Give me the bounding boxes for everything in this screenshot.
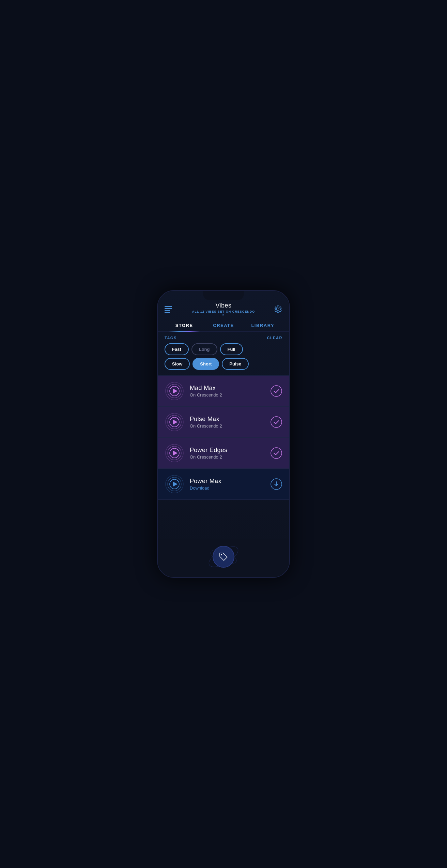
vibe-name: Mad Max xyxy=(190,385,270,392)
tags-section: TAGS CLEAR Fast Long Full Slow Sh xyxy=(158,332,289,375)
play-button-mad-max[interactable] xyxy=(165,381,184,401)
tab-underline xyxy=(169,331,200,332)
vibe-sub: Download xyxy=(190,485,270,491)
tags-row-1: Fast Long Full xyxy=(165,343,282,355)
check-icon-mad-max xyxy=(270,385,282,397)
vibe-list: Mad Max On Crescendo 2 xyxy=(158,375,289,539)
tag-full[interactable]: Full xyxy=(220,343,243,355)
tag-slow[interactable]: Slow xyxy=(165,358,190,370)
app-title: Vibes xyxy=(191,302,257,309)
phone-screen: Vibes ALL 12 VIBES SET ON CRESCENDO 2 ST… xyxy=(158,291,289,577)
tags-row-2: Slow Short Pulse xyxy=(165,358,282,370)
svg-point-9 xyxy=(271,417,282,428)
check-icon-pulse-max xyxy=(270,416,282,428)
header-center: Vibes ALL 12 VIBES SET ON CRESCENDO 2 xyxy=(191,302,257,317)
menu-button[interactable] xyxy=(165,306,172,313)
tab-store[interactable]: STORE xyxy=(165,319,204,331)
svg-marker-18 xyxy=(173,482,178,487)
tags-header: TAGS CLEAR xyxy=(165,336,282,340)
vibe-name: Pulse Max xyxy=(190,416,270,423)
svg-marker-13 xyxy=(173,451,178,455)
app-subtitle: ALL 12 VIBES SET ON CRESCENDO 2 xyxy=(191,310,257,317)
vibe-info-power-edges: Power Edges On Crescendo 2 xyxy=(190,447,270,460)
vibe-sub: On Crescendo 2 xyxy=(190,423,270,429)
svg-point-4 xyxy=(271,386,282,396)
tab-create[interactable]: CREATE xyxy=(204,319,243,331)
menu-line-4 xyxy=(165,312,170,313)
menu-line-2 xyxy=(165,308,172,309)
vibe-sub: On Crescendo 2 xyxy=(190,392,270,398)
settings-icon[interactable] xyxy=(273,304,282,314)
vibe-name: Power Max xyxy=(190,478,270,485)
center-action-button[interactable] xyxy=(213,546,234,568)
vibe-info-pulse-max: Pulse Max On Crescendo 2 xyxy=(190,416,270,429)
vibe-item-pulse-max[interactable]: Pulse Max On Crescendo 2 xyxy=(158,407,289,438)
tag-fast[interactable]: Fast xyxy=(165,343,189,355)
tags-label: TAGS xyxy=(165,336,177,340)
play-button-power-edges[interactable] xyxy=(165,443,184,463)
tab-library[interactable]: LIBRARY xyxy=(243,319,282,331)
vibe-info-mad-max: Mad Max On Crescendo 2 xyxy=(190,385,270,398)
vibe-sub: On Crescendo 2 xyxy=(190,454,270,460)
tag-icon xyxy=(219,552,228,562)
vibe-item-mad-max[interactable]: Mad Max On Crescendo 2 xyxy=(158,376,289,407)
tag-pulse[interactable]: Pulse xyxy=(222,358,249,370)
svg-marker-3 xyxy=(173,389,178,393)
vibe-item-power-max[interactable]: Power Max Download xyxy=(158,469,289,500)
vibe-item-power-edges[interactable]: Power Edges On Crescendo 2 xyxy=(158,438,289,469)
tag-long[interactable]: Long xyxy=(191,343,217,355)
check-icon-power-edges xyxy=(270,447,282,459)
tag-short[interactable]: Short xyxy=(192,358,219,370)
clear-button[interactable]: CLEAR xyxy=(267,336,282,340)
phone-frame: Vibes ALL 12 VIBES SET ON CRESCENDO 2 ST… xyxy=(157,290,290,578)
play-button-power-max[interactable] xyxy=(165,474,184,494)
vibe-name: Power Edges xyxy=(190,447,270,454)
vibe-info-power-max: Power Max Download xyxy=(190,478,270,491)
menu-line-1 xyxy=(165,306,172,307)
tabs-bar: STORE CREATE LIBRARY xyxy=(158,319,289,332)
svg-point-22 xyxy=(221,554,222,555)
phone-notch xyxy=(203,291,244,300)
svg-marker-8 xyxy=(173,420,178,424)
download-icon-power-max[interactable] xyxy=(270,478,282,490)
svg-point-14 xyxy=(271,448,282,459)
play-button-pulse-max[interactable] xyxy=(165,412,184,432)
menu-line-3 xyxy=(165,310,170,311)
bottom-bar xyxy=(158,539,289,577)
